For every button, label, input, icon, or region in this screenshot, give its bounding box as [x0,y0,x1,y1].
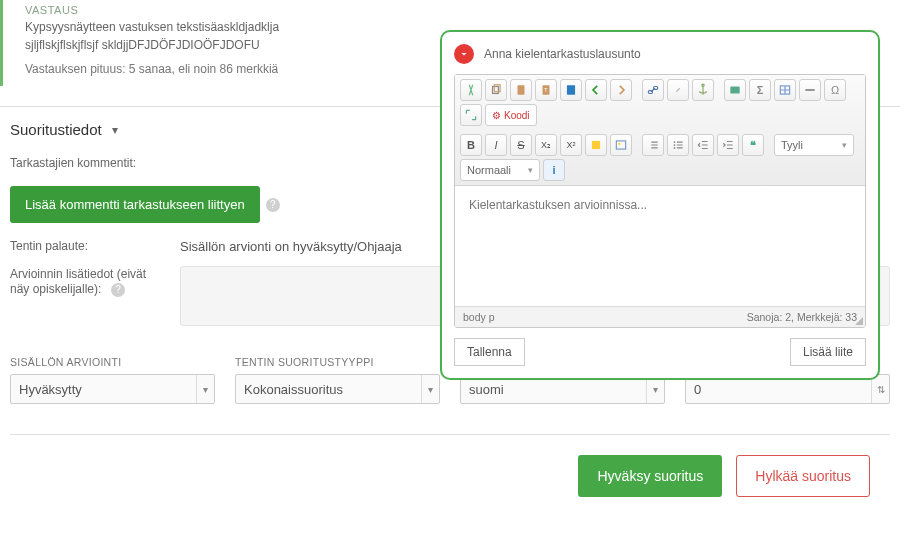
style-label: Tyyli [781,139,803,151]
save-statement-label: Tallenna [467,345,512,359]
svg-rect-5 [567,85,575,94]
language-review-panel: Anna kielentarkastuslausunto T Σ Ω ⚙ [440,30,880,380]
chevron-down-icon: ▾ [528,165,533,175]
editor-footer: body p Sanoja: 2, Merkkejä: 33 [455,306,865,327]
svg-rect-12 [616,141,625,149]
rich-text-editor: T Σ Ω ⚙ Koodi B I S X₂ [454,74,866,328]
source-icon: ⚙ [492,110,501,121]
chevron-down-icon [458,48,470,60]
editor-body[interactable]: Kielentarkastuksen arvioinnissa... [455,186,865,306]
language-value: suomi [469,382,504,397]
content-grade-select[interactable]: Hyväksytty ▾ [10,374,215,404]
strike-icon[interactable]: S [510,134,532,156]
table-icon[interactable] [774,79,796,101]
copy-icon[interactable] [485,79,507,101]
source-label: Koodi [504,110,530,121]
add-comment-label: Lisää kommentti tarkastukseen liittyen [25,197,245,212]
anchor-icon[interactable] [692,79,714,101]
svg-point-16 [674,147,676,149]
paste-word-icon[interactable] [560,79,582,101]
svg-point-13 [618,143,620,145]
paste-icon[interactable] [510,79,532,101]
svg-rect-1 [494,85,500,92]
source-button[interactable]: ⚙ Koodi [485,104,537,126]
image-icon[interactable] [610,134,632,156]
italic-icon[interactable]: I [485,134,507,156]
info-icon[interactable]: i [543,159,565,181]
format-label: Normaali [467,164,511,176]
redo-icon[interactable] [610,79,632,101]
highlight-icon[interactable] [585,134,607,156]
editor-content: Kielentarkastuksen arvioinnissa... [469,198,647,212]
exam-type-value: Kokonaissuoritus [244,382,343,397]
svg-point-15 [674,144,676,146]
add-attachment-button[interactable]: Lisää liite [790,338,866,366]
format-select[interactable]: Normaali ▾ [460,159,540,181]
svg-rect-7 [654,87,658,90]
reject-label: Hylkää suoritus [755,468,851,484]
bullet-list-icon[interactable] [667,134,689,156]
editor-path: body p [463,311,495,323]
outdent-icon[interactable] [692,134,714,156]
special-char-icon[interactable]: Ω [824,79,846,101]
section-title: Suoritustiedot [10,121,102,138]
col1-label: SISÄLLÖN ARVIOINTI [10,356,215,368]
help-icon-extra[interactable]: ? [111,283,125,297]
svg-rect-9 [730,87,739,94]
formula-icon[interactable]: Σ [749,79,771,101]
panel-title: Anna kielentarkastuslausunto [484,47,641,61]
extra-label: Arvioinnin lisätiedot (eivät näy opiskel… [10,267,146,296]
reject-button[interactable]: Hylkää suoritus [736,455,870,497]
exam-type-select[interactable]: Kokonaissuoritus ▾ [235,374,440,404]
content-grade-value: Hyväksytty [19,382,82,397]
add-attachment-label: Lisää liite [803,345,853,359]
save-statement-button[interactable]: Tallenna [454,338,525,366]
svg-rect-2 [518,85,525,94]
hr-icon[interactable] [799,79,821,101]
svg-rect-6 [648,91,652,94]
superscript-icon[interactable]: X² [560,134,582,156]
maximize-icon[interactable] [460,104,482,126]
approve-button[interactable]: Hyväksy suoritus [578,455,722,497]
collapse-icon[interactable] [454,44,474,64]
link-icon[interactable] [642,79,664,101]
select-knob-icon: ▾ [196,375,214,403]
paste-text-icon[interactable]: T [535,79,557,101]
approve-label: Hyväksy suoritus [597,468,703,484]
code-block-icon[interactable] [724,79,746,101]
style-select[interactable]: Tyyli ▾ [774,134,854,156]
col2-label: TENTIN SUORITUSTYYPPI [235,356,440,368]
unlink-icon[interactable] [667,79,689,101]
blockquote-icon[interactable]: ❝ [742,134,764,156]
svg-point-8 [702,84,704,86]
resize-grip-icon[interactable] [855,317,863,325]
feedback-label: Tentin palaute: [10,239,150,253]
bold-icon[interactable]: B [460,134,482,156]
divider [10,434,890,435]
credits-value: 0 [694,382,701,397]
editor-stats: Sanoja: 2, Merkkejä: 33 [747,311,857,323]
subscript-icon[interactable]: X₂ [535,134,557,156]
select-knob-icon: ▾ [421,375,439,403]
indent-icon[interactable] [717,134,739,156]
svg-rect-0 [493,87,499,94]
feedback-value: Sisällön arvionti on hyväksytty/Ohjaaja [180,239,402,254]
chevron-down-icon: ▾ [842,140,847,150]
chevron-down-icon: ▾ [112,123,118,137]
svg-point-14 [674,141,676,143]
svg-rect-11 [592,141,600,149]
add-comment-button[interactable]: Lisää kommentti tarkastukseen liittyen [10,186,260,223]
cut-icon[interactable] [460,79,482,101]
help-icon[interactable]: ? [266,198,280,212]
editor-toolbar: T Σ Ω ⚙ Koodi B I S X₂ [455,75,865,186]
answer-title: VASTAUS [25,4,890,16]
undo-icon[interactable] [585,79,607,101]
numbered-list-icon[interactable] [642,134,664,156]
